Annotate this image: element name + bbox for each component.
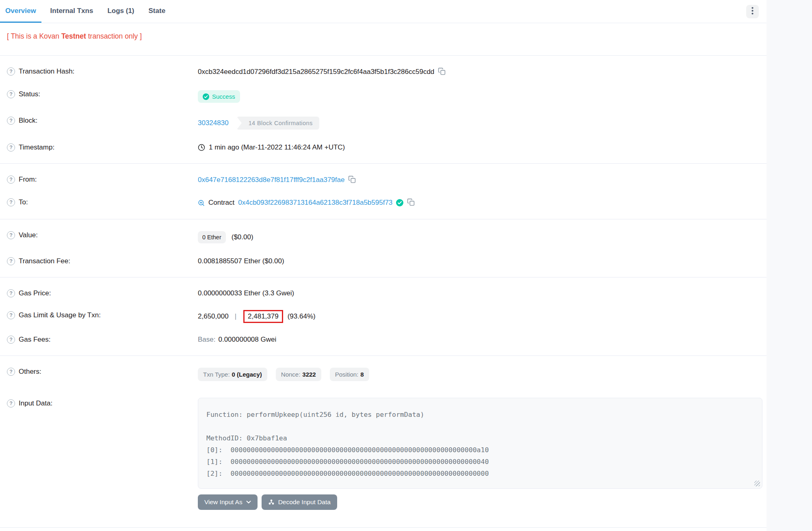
- row-from: ? From: 0x647e7168122263d8e7f81f17fff9c2…: [0, 169, 767, 191]
- tabbar-spacer: [174, 0, 746, 23]
- divider: [0, 163, 767, 164]
- verified-check-icon: [396, 199, 403, 206]
- view-input-as-button[interactable]: View Input As: [198, 494, 258, 510]
- from-address-link[interactable]: 0x647e7168122263d8e7f81f17fff9c2f1aa379f…: [198, 176, 344, 184]
- row-block: ? Block: 30324830 14 Block Confirmations: [0, 110, 767, 137]
- row-value: ? Value: 0 Ether ($0.00): [0, 224, 767, 250]
- testnet-notice: [ This is a Kovan Testnet transaction on…: [0, 23, 767, 50]
- decode-input-data-label: Decode Input Data: [278, 498, 331, 506]
- row-timestamp: ? Timestamp: 1 min ago (Mar-11-2022 11:4…: [0, 137, 767, 158]
- row-gas-fees: ? Gas Fees: Base: 0.000000008 Gwei: [0, 329, 767, 351]
- divider: [0, 527, 767, 528]
- transaction-hash-value: 0xcb324eedcd1d07296fdf3d215a2865275f159c…: [198, 68, 434, 76]
- kebab-menu-icon: [751, 7, 754, 16]
- copy-icon: [348, 176, 356, 184]
- to-contract-word: Contract: [208, 199, 234, 207]
- gas-used-percent: (93.64%): [288, 312, 316, 321]
- divider: [0, 219, 767, 219]
- row-input-data: ? Input Data: Function: performUpkeep(ui…: [0, 388, 767, 517]
- gas-limit-usage-label: Gas Limit & Usage by Txn:: [19, 311, 101, 319]
- tab-bar: Overview Internal Txns Logs (1) State: [0, 0, 767, 23]
- help-icon[interactable]: ?: [7, 231, 15, 239]
- block-number-link[interactable]: 30324830: [198, 119, 229, 127]
- row-transaction-fee: ? Transaction Fee: 0.0081885507 Ether ($…: [0, 250, 767, 272]
- block-label: Block:: [19, 117, 37, 125]
- position-badge: Position: 8: [330, 368, 369, 381]
- value-amount-badge: 0 Ether: [198, 231, 226, 243]
- gas-separator: |: [232, 312, 239, 321]
- notice-prefix: [ This is a Kovan: [7, 32, 61, 40]
- divider: [0, 277, 767, 277]
- transaction-hash-label: Transaction Hash:: [19, 67, 74, 76]
- row-others: ? Others: Txn Type: 0 (Legacy) Nonce: 32…: [0, 361, 767, 388]
- notice-suffix: transaction only ]: [86, 32, 142, 40]
- from-label: From:: [19, 176, 37, 184]
- help-icon[interactable]: ?: [7, 198, 15, 206]
- copy-icon: [438, 67, 446, 76]
- txn-type-badge: Txn Type: 0 (Legacy): [198, 368, 267, 381]
- gas-price-value: 0.0000000033 Ether (3.3 Gwei): [198, 289, 294, 297]
- page: Overview Internal Txns Logs (1) State [ …: [0, 0, 812, 531]
- status-value: Success: [212, 93, 235, 100]
- position-value: 8: [360, 371, 364, 378]
- tab-overview[interactable]: Overview: [0, 0, 41, 23]
- others-label: Others:: [19, 368, 41, 376]
- help-icon[interactable]: ?: [7, 399, 15, 407]
- clock-icon: [198, 144, 205, 151]
- nonce-badge: Nonce: 3222: [276, 368, 321, 381]
- value-usd: ($0.00): [232, 233, 253, 241]
- value-label: Value:: [19, 231, 38, 239]
- gas-price-label: Gas Price:: [19, 289, 51, 297]
- copy-icon: [407, 198, 415, 207]
- zoom-in-icon[interactable]: [198, 199, 205, 206]
- gas-limit-value: 2,650,000: [198, 312, 229, 321]
- divider: [0, 355, 767, 356]
- help-icon[interactable]: ?: [7, 289, 15, 297]
- more-options-button[interactable]: [746, 5, 759, 18]
- check-circle-icon: [203, 93, 209, 100]
- decode-icon: [268, 499, 275, 505]
- decode-input-data-button[interactable]: Decode Input Data: [262, 494, 337, 510]
- status-badge: Success: [198, 90, 240, 103]
- copy-txhash-button[interactable]: [438, 67, 446, 76]
- txn-type-label: Txn Type:: [203, 371, 230, 378]
- input-data-label: Input Data:: [19, 399, 52, 407]
- help-icon[interactable]: ?: [7, 336, 15, 344]
- view-input-as-label: View Input As: [204, 498, 243, 506]
- transaction-fee-value: 0.0081885507 Ether ($0.00): [198, 257, 284, 265]
- tab-logs[interactable]: Logs (1): [102, 0, 139, 23]
- help-icon[interactable]: ?: [7, 176, 15, 184]
- gas-fees-base-value: 0.000000008 Gwei: [218, 336, 276, 344]
- help-icon[interactable]: ?: [7, 67, 15, 76]
- row-gas-price: ? Gas Price: 0.0000000033 Ether (3.3 Gwe…: [0, 282, 767, 304]
- gas-fees-label: Gas Fees:: [19, 336, 50, 344]
- txn-type-value: 0 (Legacy): [232, 371, 262, 378]
- block-confirmations-badge: 14 Block Confirmations: [236, 117, 319, 130]
- help-icon[interactable]: ?: [7, 90, 15, 98]
- row-gas-limit-usage: ? Gas Limit & Usage by Txn: 2,650,000 | …: [0, 304, 767, 329]
- divider: [0, 55, 767, 56]
- help-icon[interactable]: ?: [7, 368, 15, 376]
- help-icon[interactable]: ?: [7, 311, 15, 319]
- row-to: ? To: Contract 0x4cb093f226983713164a621…: [0, 191, 767, 214]
- position-label: Position:: [335, 371, 359, 378]
- nonce-label: Nonce:: [281, 371, 301, 378]
- status-label: Status:: [19, 90, 40, 98]
- copy-from-address-button[interactable]: [348, 176, 356, 184]
- help-icon[interactable]: ?: [7, 257, 15, 265]
- help-icon[interactable]: ?: [7, 143, 15, 152]
- input-data-textarea[interactable]: Function: performUpkeep(uint256 id, byte…: [198, 398, 762, 489]
- gas-used-highlight-box: 2,481,379: [243, 310, 283, 323]
- gas-fees-base-label: Base:: [198, 336, 215, 344]
- notice-bold: Testnet: [61, 32, 86, 40]
- tab-internal-txns[interactable]: Internal Txns: [45, 0, 99, 23]
- row-status: ? Status: Success: [0, 83, 767, 110]
- transaction-fee-label: Transaction Fee:: [19, 257, 70, 265]
- help-icon[interactable]: ?: [7, 117, 15, 125]
- to-label: To:: [19, 198, 28, 206]
- copy-to-address-button[interactable]: [407, 198, 415, 207]
- tab-state[interactable]: State: [143, 0, 171, 23]
- to-address-link[interactable]: 0x4cb093f226983713164a62138c3f718a5b595f…: [238, 199, 392, 207]
- gas-used-value: 2,481,379: [248, 312, 279, 320]
- row-transaction-hash: ? Transaction Hash: 0xcb324eedcd1d07296f…: [0, 61, 767, 83]
